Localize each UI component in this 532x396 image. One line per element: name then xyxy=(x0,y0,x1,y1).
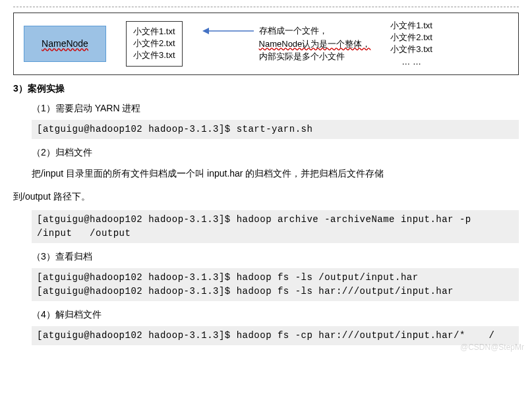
diagram-container: NameNode 小文件1.txt 小文件2.txt 小文件3.txt 存档成一… xyxy=(13,13,519,75)
smallfile-line: 小文件2.txt xyxy=(133,38,175,49)
smallfile-line: 小文件3.txt xyxy=(390,43,432,55)
smallfile-line: 小文件1.txt xyxy=(133,26,175,38)
archive-line: 内部实际是多个小文件 xyxy=(259,50,371,63)
smallfile-line: 小文件3.txt xyxy=(133,49,175,61)
code-block-2: [atguigu@hadoop102 hadoop-3.1.3]$ hadoop… xyxy=(32,210,519,243)
code-block-4: [atguigu@hadoop102 hadoop-3.1.3]$ hadoop… xyxy=(32,326,519,345)
step-4-title: （4）解归档文件 xyxy=(32,309,519,321)
step-2-paragraph-b: 到/output 路径下。 xyxy=(13,188,519,205)
code-block-3: [atguigu@hadoop102 hadoop-3.1.3]$ hadoop… xyxy=(32,268,519,301)
step-2-title: （2）归档文件 xyxy=(32,147,519,159)
dashed-divider xyxy=(13,7,519,7)
arrow-left-icon xyxy=(202,24,255,38)
step-2-paragraph-a: 把/input 目录里面的所有文件归档成一个叫 input.har 的归档文件，… xyxy=(32,165,519,182)
smallfiles-box: 小文件1.txt 小文件2.txt 小文件3.txt xyxy=(126,21,183,67)
smallfile-line: 小文件1.txt xyxy=(390,20,432,32)
smallfile-line: … … xyxy=(390,56,432,68)
section-heading: 3）案例实操 xyxy=(13,83,519,95)
smallfiles-right-list: 小文件1.txt 小文件2.txt 小文件3.txt … … xyxy=(390,20,432,68)
arrow-annotation: 存档成一个文件， NameNode认为是一个整体， 内部实际是多个小文件 xyxy=(202,24,371,63)
step-3-title: （3）查看归档 xyxy=(32,251,519,263)
code-block-1: [atguigu@hadoop102 hadoop-3.1.3]$ start-… xyxy=(32,120,519,139)
archive-line: 存档成一个文件， xyxy=(259,24,371,38)
step-1-title: （1）需要启动 YARN 进程 xyxy=(32,103,519,115)
svg-marker-1 xyxy=(202,28,209,34)
archive-line: NameNode认为是一个整体， xyxy=(259,38,371,51)
namenode-box: NameNode xyxy=(24,26,106,62)
namenode-label: NameNode xyxy=(42,38,88,49)
archive-description: 存档成一个文件， NameNode认为是一个整体， 内部实际是多个小文件 xyxy=(259,24,371,63)
smallfile-line: 小文件2.txt xyxy=(390,32,432,43)
